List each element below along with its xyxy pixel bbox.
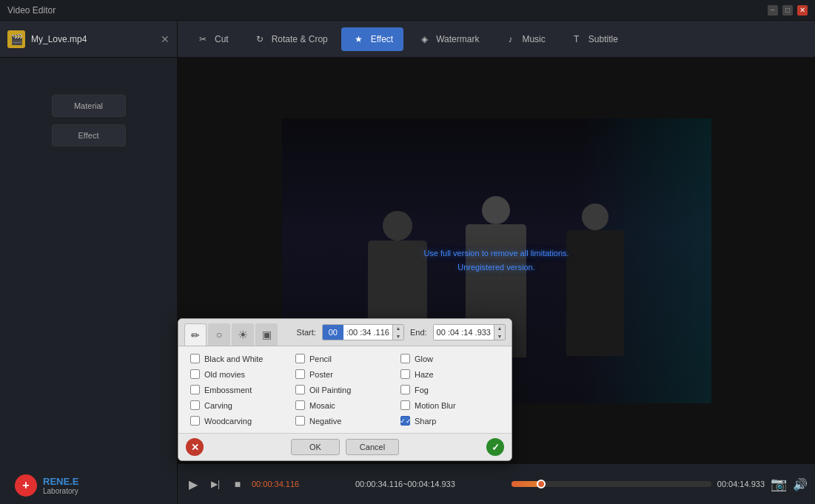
stop-button[interactable]: ■ [229,476,246,492]
toolbar-music[interactable]: ♪ Music [492,27,555,51]
file-close-button[interactable]: ✕ [161,33,170,45]
start-spin-up[interactable]: ▲ [393,324,403,332]
start-time-input[interactable]: 00 :00 :34 .116 ▲ ▼ [322,324,404,340]
tab-circle[interactable]: ○ [208,323,230,346]
label-glow: Glow [415,355,433,363]
checkbox-negative[interactable] [295,416,305,426]
toolbar-subtitle[interactable]: T Subtitle [559,27,628,51]
timeline-track[interactable] [512,481,711,487]
effect-fog[interactable]: Fog [398,383,503,396]
main-layout: Material Effect + RENE.E Laboratory [0,58,815,504]
effects-column-3: Glow Haze Fog Motion Blur [398,352,503,427]
checkbox-sharp[interactable]: ✓ [400,416,410,426]
label-negative: Negative [309,417,341,426]
toolbar-watermark[interactable]: ◈ Watermark [406,27,489,51]
music-icon: ♪ [503,32,517,47]
title-bar: Video Editor − □ ✕ [0,0,815,21]
end-time-value: 00 :04 :14 .933 [434,325,494,340]
logo-area: + RENE.E Laboratory [15,474,78,497]
label-sharp: Sharp [415,417,436,426]
effects-column-2: Pencil Poster Oil Painting Mosaic [292,352,398,427]
effects-column-1: Black and White Old movies Embossment Ca… [187,352,292,427]
effect-pencil[interactable]: Pencil [292,352,398,365]
checkbox-woodcarving[interactable] [190,416,200,426]
camera-button[interactable]: 📷 [771,476,787,492]
checkbox-black-white[interactable] [190,354,200,363]
effect-panel: ✏ ○ ☀ ▣ Start: 00 :00 :34 .116 ▲ ▼ En [178,318,512,461]
effect-embossment[interactable]: Embossment [187,383,292,396]
end-spin[interactable]: ▲ ▼ [494,324,505,340]
logo-sub: Laboratory [43,487,78,495]
effect-woodcarving[interactable]: Woodcarving [187,414,292,427]
checkbox-old-movies[interactable] [190,369,200,379]
effect-motion-blur[interactable]: Motion Blur [398,399,503,411]
minimize-button[interactable]: − [768,5,778,16]
app-title: Video Editor [7,5,56,16]
effect-old-movies[interactable]: Old movies [187,368,292,380]
confirm-button[interactable]: ✓ [486,438,504,456]
material-button[interactable]: Material [52,95,126,117]
checkbox-mosaic[interactable] [295,400,305,410]
checkbox-motion-blur[interactable] [400,400,410,410]
toolbar-rotate-label: Rotate & Crop [272,34,328,44]
end-time-input[interactable]: 00 :04 :14 .933 ▲ ▼ [433,324,506,340]
toolbar-subtitle-label: Subtitle [588,34,618,44]
effect-black-white[interactable]: Black and White [187,352,292,365]
play-button[interactable]: ▶ [185,476,201,492]
effect-sharp[interactable]: ✓ Sharp [398,414,503,427]
sidebar-controls: Material Effect [52,95,126,147]
ok-button[interactable]: OK [291,439,340,455]
effect-button[interactable]: Effect [52,124,126,147]
time-inputs-area: Start: 00 :00 :34 .116 ▲ ▼ End: 00 :04 :… [297,323,506,346]
title-bar-buttons: − □ ✕ [768,5,808,16]
checkbox-carving[interactable] [190,400,200,410]
start-label: Start: [297,328,316,337]
start-time-rest: :00 :34 .116 [343,325,392,340]
effect-oil-painting[interactable]: Oil Painting [292,383,398,396]
toolbar-cut[interactable]: ✂ Cut [185,27,239,51]
checkbox-oil-painting[interactable] [295,385,305,394]
start-spin-down[interactable]: ▼ [393,332,403,340]
checkbox-fog[interactable] [400,385,410,394]
label-black-white: Black and White [204,355,263,363]
checkbox-glow[interactable] [400,354,410,363]
label-poster: Poster [309,370,333,379]
checkbox-haze[interactable] [400,369,410,379]
volume-button[interactable]: 🔊 [793,477,808,491]
effect-mosaic[interactable]: Mosaic [292,399,398,411]
label-carving: Carving [204,401,232,410]
end-spin-down[interactable]: ▼ [494,332,505,340]
file-icon: 🎬 [7,30,25,48]
effect-poster[interactable]: Poster [292,368,398,380]
panel-close-button[interactable]: ✕ [186,438,204,456]
file-name: My_Love.mp4 [31,34,155,44]
timeline-handle[interactable] [537,480,546,488]
checkbox-pencil[interactable] [295,354,305,363]
label-motion-blur: Motion Blur [415,401,456,410]
effect-negative[interactable]: Negative [292,414,398,427]
end-label: End: [410,328,427,337]
step-button[interactable]: ▶| [207,476,224,492]
cancel-button[interactable]: Cancel [346,439,399,455]
toolbar-rotate[interactable]: ↻ Rotate & Crop [242,27,338,51]
checkbox-embossment[interactable] [190,385,200,394]
effect-haze[interactable]: Haze [398,368,503,380]
effect-tabs-row: ✏ ○ ☀ ▣ Start: 00 :00 :34 .116 ▲ ▼ En [178,319,512,346]
effect-carving[interactable]: Carving [187,399,292,411]
end-time: 00:04:14.933 [717,480,765,488]
subtitle-icon: T [569,32,584,47]
toolbar-effect[interactable]: ★ Effect [341,27,403,51]
end-spin-up[interactable]: ▲ [494,324,505,332]
start-spin[interactable]: ▲ ▼ [392,324,403,340]
label-haze: Haze [415,370,434,379]
effect-glow[interactable]: Glow [398,352,503,365]
maximize-button[interactable]: □ [782,5,793,16]
tab-pencil[interactable]: ✏ [184,323,207,346]
start-hour-field[interactable]: 00 [323,325,343,340]
tab-sun[interactable]: ☀ [232,323,254,346]
checkbox-poster[interactable] [295,369,305,379]
close-button[interactable]: ✕ [797,5,808,16]
watermark-icon: ◈ [417,32,432,47]
label-oil-painting: Oil Painting [309,386,351,394]
tab-square[interactable]: ▣ [255,323,278,346]
